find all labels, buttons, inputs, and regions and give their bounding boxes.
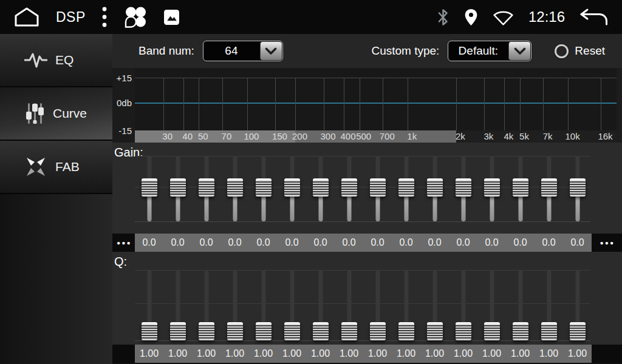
frequency-axis: 304050701001502003004005007001k2k3k4k5k7…: [135, 130, 617, 143]
gain-slider-5[interactable]: [249, 155, 278, 223]
slider-handle[interactable]: [484, 178, 500, 197]
gain-slider-4[interactable]: [220, 155, 249, 223]
slider-handle[interactable]: [170, 322, 186, 340]
apps-clover-icon[interactable]: [123, 5, 148, 29]
q-slider-6[interactable]: [278, 269, 306, 342]
wifi-icon[interactable]: [493, 9, 514, 25]
gain-slider-14[interactable]: [506, 155, 535, 223]
sidebar-item-fab[interactable]: FAB: [0, 141, 112, 194]
gain-slider-10[interactable]: [392, 155, 420, 223]
slider-handle[interactable]: [427, 178, 443, 197]
sidebar-item-eq[interactable]: EQ: [0, 34, 112, 87]
sidebar-item-label: EQ: [55, 53, 73, 67]
slider-handle[interactable]: [456, 322, 471, 340]
gain-slider-12[interactable]: [449, 155, 477, 223]
gain-slider-1[interactable]: [135, 155, 163, 223]
slider-handle[interactable]: [227, 178, 243, 197]
back-icon[interactable]: [579, 8, 609, 26]
gridline: [601, 78, 601, 130]
slider-handle[interactable]: [341, 322, 357, 340]
gallery-icon[interactable]: [163, 9, 180, 25]
chevron-down-icon[interactable]: [260, 42, 282, 60]
q-slider-4[interactable]: [220, 269, 249, 342]
gain-slider-15[interactable]: [535, 155, 563, 223]
graph-plot-area[interactable]: 304050701001502003004005007001k2k3k4k5k7…: [135, 68, 617, 143]
more-bands-right-button[interactable]: •••: [592, 234, 622, 252]
slider-handle[interactable]: [227, 322, 243, 340]
slider-handle[interactable]: [199, 178, 214, 197]
slider-handle[interactable]: [199, 322, 214, 340]
q-value-8: 1.00: [335, 345, 363, 363]
q-slider-5[interactable]: [249, 269, 278, 342]
gain-slider-2[interactable]: [163, 155, 192, 223]
q-slider-16[interactable]: [563, 269, 592, 342]
freq-tick-label: 150: [272, 130, 287, 143]
reset-control[interactable]: Reset: [555, 44, 605, 58]
slider-handle[interactable]: [256, 322, 272, 340]
location-icon[interactable]: [464, 8, 478, 26]
custom-type-select[interactable]: Default:: [448, 41, 531, 61]
sidebar-item-curve[interactable]: Curve: [0, 87, 112, 141]
gain-value-16: 0.0: [563, 234, 592, 252]
q-slider-12[interactable]: [449, 269, 477, 342]
gain-section: Gain:: [112, 143, 622, 234]
gain-slider-9[interactable]: [363, 155, 392, 223]
slider-handle[interactable]: [570, 178, 586, 197]
axis-strip-segment: [135, 130, 295, 143]
slider-handle[interactable]: [142, 178, 157, 197]
slider-handle[interactable]: [313, 322, 329, 340]
fab-arrows-icon: [24, 155, 47, 178]
slider-handle[interactable]: [541, 178, 557, 197]
q-slider-15[interactable]: [535, 269, 563, 342]
more-bands-left-button[interactable]: •••: [112, 234, 135, 252]
gridline: [408, 78, 408, 130]
slider-handle[interactable]: [570, 322, 586, 340]
gain-slider-6[interactable]: [278, 155, 306, 223]
slider-handle[interactable]: [256, 178, 272, 197]
q-slider-7[interactable]: [306, 269, 335, 342]
q-slider-3[interactable]: [192, 269, 220, 342]
slider-handle[interactable]: [170, 178, 186, 197]
q-slider-14[interactable]: [506, 269, 535, 342]
slider-handle[interactable]: [284, 178, 300, 197]
q-value-14: 1.00: [506, 345, 535, 363]
gain-slider-11[interactable]: [420, 155, 449, 223]
gain-slider-13[interactable]: [477, 155, 506, 223]
slider-handle[interactable]: [284, 322, 300, 340]
slider-handle[interactable]: [513, 178, 528, 197]
slider-handle[interactable]: [313, 178, 329, 197]
chevron-down-icon[interactable]: [508, 42, 530, 60]
freq-tick-label: 50: [198, 130, 208, 143]
slider-handle[interactable]: [484, 322, 500, 340]
gain-slider-8[interactable]: [335, 155, 363, 223]
slider-handle[interactable]: [142, 322, 157, 340]
home-icon[interactable]: [13, 7, 40, 27]
sliders-icon: [24, 102, 45, 125]
slider-handle[interactable]: [427, 322, 443, 340]
q-slider-2[interactable]: [163, 269, 192, 342]
slider-handle[interactable]: [398, 178, 414, 197]
slider-handle[interactable]: [341, 178, 357, 197]
bluetooth-icon[interactable]: [437, 8, 449, 27]
band-num-select[interactable]: 64: [203, 41, 283, 61]
q-slider-9[interactable]: [363, 269, 392, 342]
gain-slider-7[interactable]: [306, 155, 335, 223]
slider-handle[interactable]: [370, 178, 386, 197]
q-slider-11[interactable]: [420, 269, 449, 342]
overflow-menu-icon[interactable]: [101, 5, 108, 29]
gain-slider-3[interactable]: [192, 155, 220, 223]
q-slider-1[interactable]: [135, 269, 163, 342]
slider-handle[interactable]: [513, 322, 528, 340]
q-slider-13[interactable]: [477, 269, 506, 342]
slider-handle[interactable]: [370, 322, 386, 340]
reset-radio[interactable]: [555, 44, 569, 58]
freq-tick-label: 2k: [456, 130, 465, 143]
slider-handle[interactable]: [398, 322, 414, 340]
slider-handle[interactable]: [456, 178, 471, 197]
y-axis-label: -15: [118, 126, 132, 136]
q-slider-10[interactable]: [392, 269, 420, 342]
gridline: [484, 78, 485, 130]
q-slider-8[interactable]: [335, 269, 363, 342]
slider-handle[interactable]: [541, 322, 557, 340]
gain-slider-16[interactable]: [563, 155, 592, 223]
